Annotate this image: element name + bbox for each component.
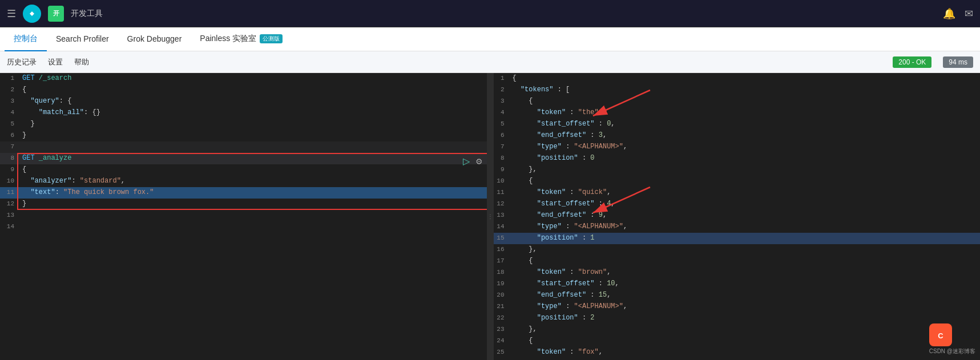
settings-button[interactable]: ⚙ (475, 156, 483, 167)
table-row: 18 "token" : "brown", (490, 267, 981, 278)
secondary-nav: 历史记录 设置 帮助 200 - OK 94 ms (0, 51, 980, 73)
beta-badge: 公测版 (260, 34, 283, 43)
csdn-watermark: C CSDN @迷彩博客 (929, 323, 975, 355)
table-row: 20 "end_offset" : 15, (490, 290, 981, 301)
mail-icon[interactable]: ✉ (965, 7, 973, 20)
run-button[interactable]: ▷ (463, 156, 470, 167)
table-row: 1 { (490, 73, 981, 84)
analyze-block: 8 GET _analyze 9 { 10 "analyzer": "stand… (0, 153, 490, 210)
table-row: 3 "query": { (0, 96, 490, 107)
table-row: 11 "token" : "quick", (490, 187, 981, 199)
table-row: 14 "type" : "<ALPHANUM>", (490, 221, 981, 233)
table-row: 4 "match_all": {} (0, 107, 490, 119)
table-row: 5 } (0, 119, 490, 130)
panel-divider[interactable]: ⋮ (487, 73, 494, 360)
table-row: 8 "position" : 0 (490, 153, 981, 164)
settings-item[interactable]: 设置 (48, 57, 63, 67)
table-row: 23 }, (490, 324, 981, 335)
table-row: 1 GET /_search (0, 73, 490, 84)
top-bar: ☰ 开 开发工具 🔔 ✉ (0, 0, 980, 27)
nav-tabs: 控制台 Search Profiler Grok Debugger Painle… (0, 27, 980, 51)
table-row: 13 "end_offset" : 9, (490, 210, 981, 221)
table-row: 22 "position" : 2 (490, 313, 981, 324)
table-row: 2 "tokens" : [ (490, 84, 981, 96)
table-row: 12 "start_offset" : 4, (490, 199, 981, 210)
user-avatar[interactable]: 开 (48, 6, 64, 22)
table-row: 9 }, (490, 164, 981, 176)
tab-console[interactable]: 控制台 (5, 27, 47, 51)
table-row: 19 "start_offset" : 10, (490, 278, 981, 290)
time-badge: 94 ms (943, 56, 973, 68)
tab-grok-debugger[interactable]: Grok Debugger (118, 27, 191, 51)
bell-icon[interactable]: 🔔 (943, 7, 955, 20)
main-content: 1 GET /_search 2 { 3 "query": { 4 "match… (0, 73, 980, 360)
table-row: 4 "token" : "the", (490, 107, 981, 119)
table-row: 5 "start_offset" : 0, (490, 119, 981, 130)
tab-painless[interactable]: Painless 实验室 公测版 (191, 27, 292, 51)
table-row: 10 "analyzer": "standard", (0, 176, 490, 187)
table-row: 3 { (490, 96, 981, 107)
table-row: 10 { (490, 176, 981, 187)
svg-text:C: C (938, 331, 943, 340)
table-row: 21 "type" : "<ALPHANUM>", (490, 301, 981, 313)
table-row: 8 GET _analyze (0, 153, 490, 164)
left-code-editor[interactable]: 1 GET /_search 2 { 3 "query": { 4 "match… (0, 73, 490, 360)
table-row: 2 { (0, 84, 490, 96)
csdn-logo: C (929, 323, 952, 346)
tab-search-profiler[interactable]: Search Profiler (47, 27, 118, 51)
table-row: 25 "token" : "fox", (490, 347, 981, 358)
table-row: 11 "text": "The quick brown fox." (0, 187, 490, 199)
table-row: 24 { (490, 335, 981, 347)
right-panel[interactable]: 1 { 2 "tokens" : [ 3 { 4 "token" : "the"… (490, 73, 981, 360)
table-row: 12 } (0, 199, 490, 210)
table-row: 6 "end_offset" : 3, (490, 130, 981, 141)
left-panel: 1 GET /_search 2 { 3 "query": { 4 "match… (0, 73, 490, 360)
table-row: 15 "position" : 1 (490, 233, 981, 244)
table-row: 7 (0, 141, 490, 153)
table-row: 17 { (490, 256, 981, 267)
editor-actions: ▷ ⚙ (463, 156, 483, 167)
table-row: 16 }, (490, 244, 981, 256)
table-row: 14 (0, 221, 490, 233)
table-row: 9 { (0, 164, 490, 176)
table-row: 7 "type" : "<ALPHANUM>", (490, 141, 981, 153)
status-badge: 200 - OK (893, 56, 931, 68)
watermark-text: CSDN @迷彩博客 (929, 347, 975, 355)
hamburger-icon[interactable]: ☰ (7, 7, 16, 20)
history-item[interactable]: 历史记录 (7, 57, 37, 67)
help-item[interactable]: 帮助 (74, 57, 89, 67)
table-row: 6 } (0, 130, 490, 141)
table-row: 13 (0, 210, 490, 221)
app-logo (23, 5, 41, 23)
app-title: 开发工具 (71, 9, 103, 19)
right-code-editor[interactable]: 1 { 2 "tokens" : [ 3 { 4 "token" : "the"… (490, 73, 981, 360)
